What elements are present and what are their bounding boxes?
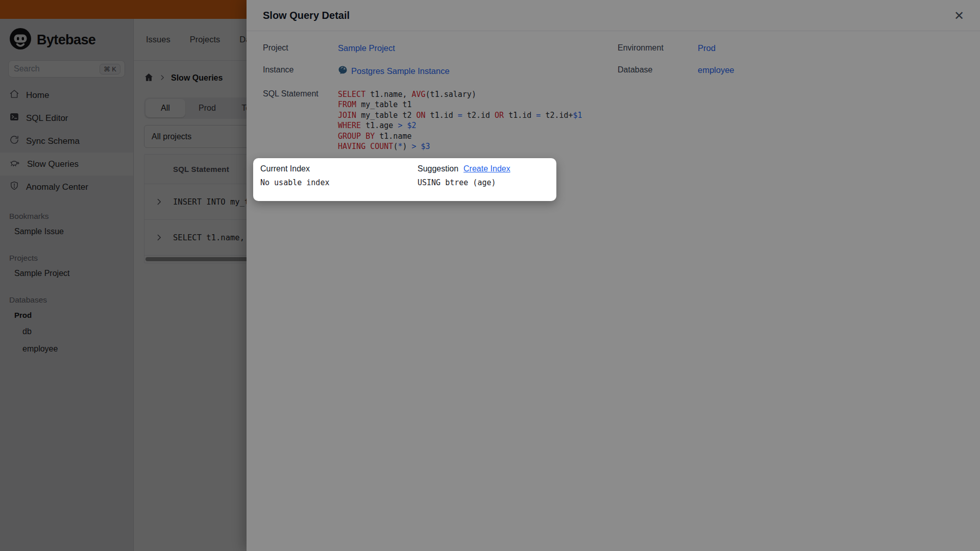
current-index-label: Current Index bbox=[260, 164, 418, 173]
index-suggestion-popup: Current Index Suggestion Create Index No… bbox=[253, 158, 556, 201]
popup-value-row: No usable index USING btree (age) bbox=[260, 178, 549, 187]
suggestion-value: USING btree (age) bbox=[418, 178, 549, 187]
popup-header-row: Current Index Suggestion Create Index bbox=[260, 164, 549, 173]
current-index-value: No usable index bbox=[260, 178, 418, 187]
suggestion-label: Suggestion bbox=[418, 164, 458, 173]
popup-backdrop[interactable] bbox=[0, 0, 980, 551]
create-index-link[interactable]: Create Index bbox=[463, 164, 510, 173]
